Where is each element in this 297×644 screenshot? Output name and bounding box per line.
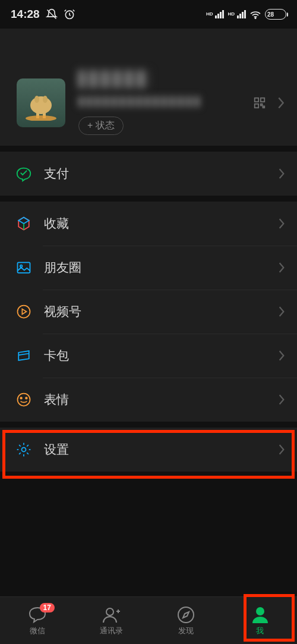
svg-point-5 (43, 96, 48, 103)
pay-icon (14, 164, 33, 183)
tab-discover[interactable]: 发现 (148, 597, 223, 644)
cards-icon (14, 346, 33, 365)
svg-rect-9 (255, 98, 258, 101)
tab-label: 微信 (30, 626, 45, 636)
chevron-right-icon (278, 444, 285, 455)
signal-icon-2 (237, 10, 246, 18)
svg-point-18 (20, 397, 22, 399)
tab-bar: 17 微信 通讯录 发现 我 (0, 596, 297, 644)
status-bar: 14:28 HD HD 28 (0, 0, 297, 29)
hd-indicator-2: HD (228, 12, 235, 17)
menu-label: 支付 (44, 165, 278, 182)
svg-point-19 (26, 397, 27, 399)
svg-rect-10 (261, 98, 264, 101)
svg-rect-12 (261, 103, 263, 105)
menu-channels[interactable]: 视频号 (0, 290, 297, 334)
status-button[interactable]: + 状态 (78, 117, 124, 135)
mute-icon (46, 8, 58, 20)
svg-point-23 (256, 607, 264, 615)
menu-label: 收藏 (44, 215, 278, 232)
wechat-id (78, 96, 200, 107)
hd-indicator-1: HD (206, 12, 213, 17)
profile-card[interactable]: + 状态 (0, 29, 297, 146)
favorites-icon (14, 214, 33, 233)
tab-me[interactable]: 我 (223, 597, 297, 644)
chevron-right-icon (278, 262, 285, 274)
svg-point-20 (22, 448, 26, 452)
tab-label: 发现 (178, 626, 194, 636)
svg-rect-11 (255, 103, 258, 107)
menu-label: 视频号 (44, 303, 278, 320)
avatar[interactable] (17, 78, 65, 127)
menu-pay[interactable]: 支付 (0, 152, 297, 196)
svg-point-3 (30, 96, 52, 114)
chevron-right-icon (278, 168, 285, 180)
chevron-right-icon (278, 350, 285, 362)
channels-icon (14, 302, 33, 321)
svg-rect-14 (18, 262, 30, 273)
signal-icon-1 (215, 10, 224, 18)
chevron-right-icon (278, 306, 285, 318)
wifi-icon (249, 10, 261, 19)
svg-point-4 (34, 96, 39, 103)
menu-label: 朋友圈 (44, 259, 278, 276)
chevron-right-icon (278, 218, 285, 230)
tab-chats[interactable]: 17 微信 (0, 597, 74, 644)
svg-point-16 (18, 306, 30, 318)
status-time: 14:28 (11, 8, 40, 21)
stickers-icon (14, 390, 33, 409)
menu-label: 卡包 (44, 347, 278, 364)
svg-point-15 (20, 265, 23, 268)
svg-point-2 (255, 18, 256, 19)
menu-label: 表情 (44, 391, 278, 408)
chats-badge: 17 (40, 603, 55, 612)
svg-point-8 (26, 115, 56, 121)
settings-icon (14, 440, 33, 459)
menu-stickers[interactable]: 表情 (0, 378, 297, 422)
moments-icon (14, 258, 33, 277)
menu-cards[interactable]: 卡包 (0, 334, 297, 378)
tab-label: 我 (256, 626, 264, 636)
qr-code-icon[interactable] (253, 96, 266, 109)
battery-indicator: 28 (265, 9, 286, 20)
tab-contacts[interactable]: 通讯录 (74, 597, 148, 644)
tab-label: 通讯录 (100, 626, 123, 636)
chevron-right-icon (277, 96, 285, 109)
menu-favorites[interactable]: 收藏 (0, 202, 297, 246)
menu-moments[interactable]: 朋友圈 (0, 246, 297, 290)
nickname (78, 70, 150, 88)
alarm-icon (64, 8, 75, 20)
chevron-right-icon (278, 394, 285, 406)
svg-rect-13 (263, 106, 265, 108)
svg-point-22 (178, 607, 194, 623)
menu-label: 设置 (44, 441, 278, 458)
svg-point-17 (18, 394, 30, 406)
menu-settings[interactable]: 设置 (0, 428, 297, 472)
svg-point-21 (106, 608, 113, 615)
